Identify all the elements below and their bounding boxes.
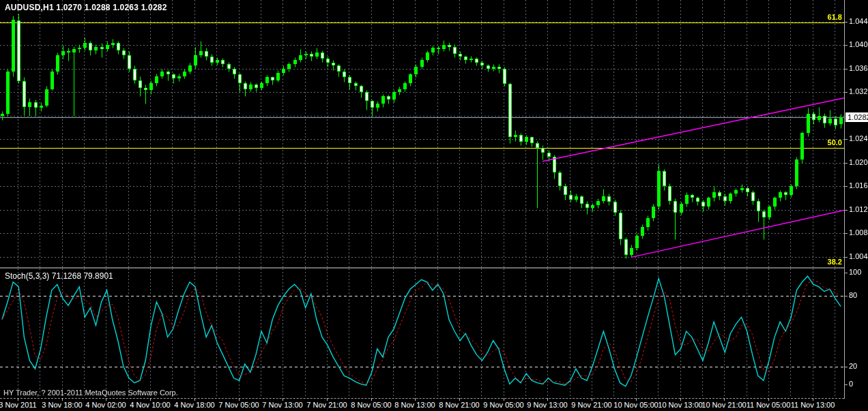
main-chart-canvas[interactable] — [0, 0, 844, 267]
price-axis-label: 1.0045 — [849, 252, 868, 260]
copyright-text: HY Trader, ? 2001-2011 MetaQuotes Softwa… — [3, 389, 178, 397]
price-axis-tick — [845, 69, 848, 70]
time-axis-label: 4 Nov 10:00 — [130, 401, 170, 409]
time-axis-label: 3 Nov 2011 — [0, 401, 37, 409]
price-axis-label: 1.0205 — [849, 158, 868, 166]
price-axis-label: 1.0125 — [849, 205, 868, 213]
time-axis-label: 7 Nov 05:00 — [218, 401, 259, 409]
stoch-axis-label: 80 — [849, 291, 857, 299]
price-axis-tick — [845, 210, 848, 211]
panel-separator[interactable] — [0, 267, 844, 269]
price-axis-tick — [845, 367, 848, 367]
indicator-label: Stoch(5,3,3) 71.1268 79.8901 — [5, 271, 113, 281]
time-axis-label: 9 Nov 13:00 — [527, 401, 567, 409]
time-axis-label: 9 Nov 05:00 — [483, 401, 523, 409]
stoch-axis-label: 20 — [849, 362, 857, 370]
stoch-axis-label: 0 — [849, 380, 853, 388]
stoch-axis-label: 100 — [849, 268, 861, 276]
fib-label-618[interactable]: 61.8 — [828, 13, 842, 21]
price-axis-label: 1.0085 — [849, 228, 868, 237]
price-axis-label: 1.0405 — [849, 40, 868, 48]
time-axis-label: 8 Nov 21:00 — [439, 401, 479, 409]
price-axis-label: 1.0165 — [849, 181, 868, 189]
time-axis-label: 9 Nov 21:00 — [571, 401, 611, 409]
price-axis-tick — [845, 257, 848, 258]
price-axis-tick — [845, 384, 848, 385]
price-axis-tick — [845, 139, 848, 140]
price-axis-label: 1.0245 — [849, 134, 868, 142]
time-axis-label: 8 Nov 05:00 — [351, 401, 391, 409]
stoch-chart-canvas[interactable] — [0, 269, 844, 398]
chart-title: AUDUSD,H1 1.0270 1.0288 1.0263 1.0282 — [5, 3, 167, 12]
time-axis-label: 7 Nov 21:00 — [306, 401, 347, 409]
time-axis-label: 4 Nov 18:00 — [174, 401, 214, 409]
current-price-box: 1.0282 — [845, 112, 868, 122]
time-axis-label: 10 Nov 13:00 — [658, 401, 702, 409]
time-axis-label: 7 Nov 13:00 — [262, 401, 302, 409]
price-axis-tick — [845, 233, 848, 234]
time-axis-label: 11 Nov 13:00 — [791, 401, 835, 409]
time-axis-label: 11 Nov 05:00 — [747, 401, 791, 409]
price-axis-tick — [845, 186, 848, 187]
fib-label-500[interactable]: 50.0 — [828, 138, 842, 147]
chart-window: AUDUSD,H1 1.0270 1.0288 1.0263 1.0282 St… — [0, 0, 868, 411]
time-axis-label: 3 Nov 18:00 — [42, 401, 82, 409]
price-axis-label: 1.0365 — [849, 64, 868, 72]
time-axis[interactable]: 3 Nov 20113 Nov 18:004 Nov 02:004 Nov 10… — [0, 399, 868, 411]
price-axis-tick — [845, 45, 848, 46]
time-axis-label: 10 Nov 05:00 — [613, 401, 658, 409]
price-axis-label: 1.0325 — [849, 87, 868, 95]
time-axis-label: 10 Nov 21:00 — [701, 401, 746, 409]
price-axis-tick — [845, 22, 848, 22]
price-axis-tick — [845, 296, 848, 296]
price-axis-label: 1.0445 — [849, 17, 868, 25]
time-axis-label: 8 Nov 13:00 — [394, 401, 435, 409]
price-axis[interactable]: 1.04451.04051.03651.03251.02451.02051.01… — [844, 0, 868, 399]
price-axis-tick — [845, 273, 848, 273]
time-axis-label: 4 Nov 02:00 — [85, 401, 126, 409]
fib-label-382[interactable]: 38.2 — [828, 258, 842, 266]
price-axis-tick — [845, 163, 848, 164]
price-axis-tick — [845, 92, 848, 93]
